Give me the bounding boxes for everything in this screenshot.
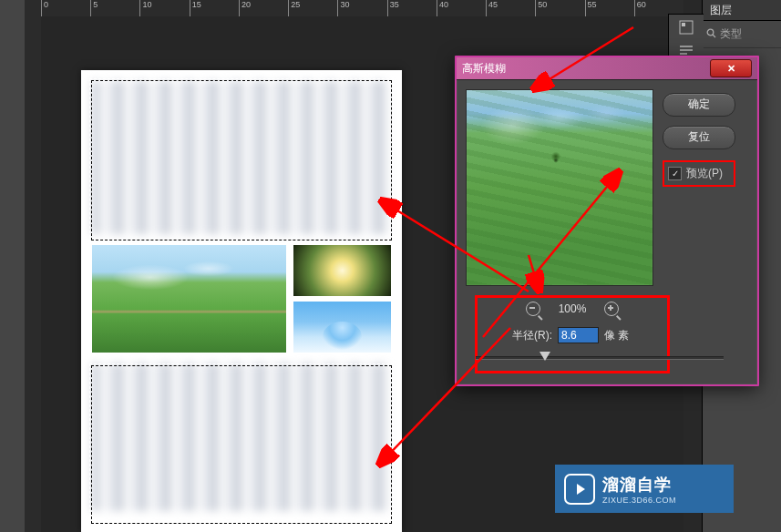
blurred-text-top: [92, 81, 391, 234]
ok-button[interactable]: 确定: [663, 93, 735, 117]
zoom-value: 100%: [559, 302, 587, 315]
controls-highlight: 100% 半径(R): 像 素: [475, 295, 670, 373]
svg-rect-1: [682, 23, 685, 26]
preview-checkbox-row: ✓ 预览(P): [663, 160, 735, 187]
watermark-logo-icon: [564, 474, 595, 505]
radius-unit: 像 素: [604, 328, 629, 343]
tools-sliver: [0, 0, 26, 532]
preview-checkbox-label: 预览(P): [686, 166, 723, 181]
close-button[interactable]: ✕: [710, 59, 752, 77]
ruler-mark: 20: [239, 0, 288, 16]
ruler-corner: [25, 0, 42, 17]
swatches-icon[interactable]: [679, 20, 694, 35]
ruler-mark: 10: [139, 0, 189, 16]
ruler-mark: 25: [288, 0, 337, 16]
ruler-vertical: [25, 16, 42, 532]
ruler-mark: 45: [486, 0, 535, 16]
slider-track: [476, 356, 724, 360]
search-icon: [706, 28, 716, 41]
paragraph-icon[interactable]: [679, 46, 694, 55]
ruler-mark: 30: [337, 0, 386, 16]
gaussian-blur-dialog[interactable]: 高斯模糊 ✕ 确定 复位 ✓ 预览(P) 100% 半径(R): 像 素: [456, 56, 758, 385]
thumbnail-bulb: [293, 245, 391, 296]
watermark-url: ZIXUE.3D66.COM: [602, 496, 676, 505]
layers-tab[interactable]: 图层: [703, 0, 781, 21]
preview-checkbox[interactable]: ✓: [668, 167, 682, 180]
layers-filter[interactable]: 类型: [703, 21, 781, 48]
filter-type-label: 类型: [720, 26, 742, 42]
zoom-in-button[interactable]: [604, 302, 619, 316]
watermark-name: 溜溜自学: [602, 474, 676, 496]
zoom-out-button[interactable]: [526, 302, 540, 316]
ruler-mark: 55: [585, 0, 634, 16]
radius-input[interactable]: [558, 327, 599, 343]
radius-label: 半径(R):: [512, 328, 552, 343]
watermark: 溜溜自学 ZIXUE.3D66.COM: [555, 465, 734, 513]
ruler-mark: 35: [387, 0, 437, 16]
radius-slider[interactable]: [512, 351, 632, 363]
slider-thumb[interactable]: [540, 352, 550, 361]
document[interactable]: [81, 70, 402, 532]
image-row: [92, 245, 391, 353]
ruler-mark: 0: [41, 0, 90, 16]
ruler-mark: 40: [437, 0, 486, 16]
reset-button[interactable]: 复位: [663, 126, 735, 149]
preview-thumbnail[interactable]: [466, 89, 653, 286]
close-icon: ✕: [727, 63, 735, 75]
blurred-text-bottom: [92, 363, 391, 511]
collapsed-panel-icons[interactable]: [668, 14, 704, 61]
ruler-mark: 15: [190, 0, 239, 16]
dialog-titlebar[interactable]: 高斯模糊 ✕: [457, 57, 757, 80]
ruler-mark: 50: [535, 0, 584, 16]
ruler-horizontal: 0 5 10 15 20 25 30 35 40 45 50 55 60: [41, 0, 683, 17]
thumbnail-tree: [293, 302, 391, 353]
ruler-mark: 5: [90, 0, 139, 16]
svg-point-2: [707, 29, 714, 36]
dialog-title: 高斯模糊: [462, 61, 710, 77]
thumbnail-landscape: [92, 245, 286, 353]
